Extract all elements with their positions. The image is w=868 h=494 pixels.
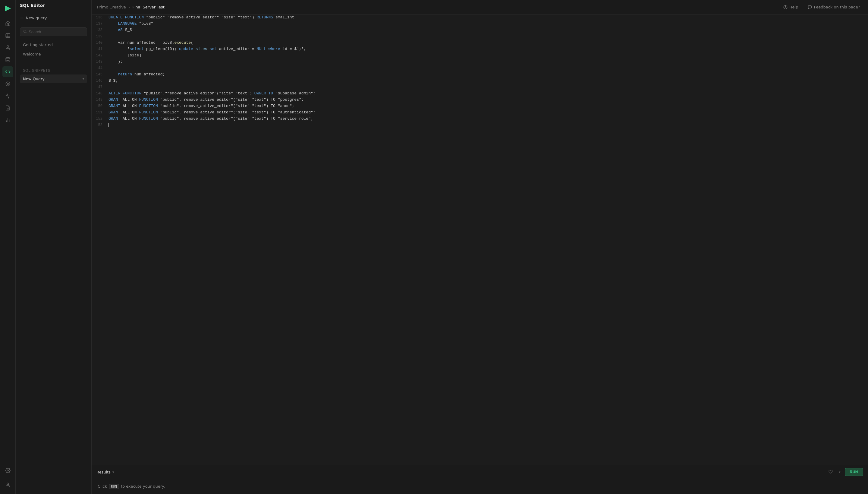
results-header: Results ▾ ▾ RUN [92, 465, 868, 479]
breadcrumb-org[interactable]: Primo Creative [97, 5, 126, 10]
line-number: 142 [92, 53, 107, 59]
svg-point-8 [7, 83, 8, 85]
save-query-button[interactable] [827, 468, 834, 476]
sidebar-item-home[interactable] [2, 18, 13, 29]
line-number: 140 [92, 40, 107, 46]
svg-point-6 [6, 58, 10, 59]
sidebar: SQL Editor + New query Getting started W… [16, 0, 92, 494]
line-number: 152 [92, 116, 107, 122]
table-row: 139 [92, 34, 868, 40]
line-content: ); [107, 59, 868, 65]
sidebar-item-database[interactable] [2, 54, 13, 65]
line-content: AS $_$ [107, 27, 868, 34]
sidebar-item-getting-started[interactable]: Getting started [20, 40, 87, 49]
run-button[interactable]: RUN [845, 468, 864, 476]
run-inline-badge: RUN [109, 484, 119, 489]
line-number: 150 [92, 103, 107, 110]
line-content: $_$; [107, 78, 868, 84]
snippets-label: SQL snippets [20, 66, 87, 75]
svg-point-14 [7, 470, 8, 471]
profile-icon[interactable] [2, 479, 13, 490]
svg-point-16 [24, 30, 26, 33]
sidebar-item-reports[interactable] [2, 115, 13, 126]
help-button[interactable]: Help [781, 4, 801, 11]
chevron-down-icon: ▾ [82, 77, 84, 81]
line-content [107, 34, 868, 40]
results-after-text: to execute your query. [121, 484, 165, 489]
svg-point-5 [7, 45, 9, 48]
sidebar-item-sql-editor[interactable] [2, 66, 13, 77]
sidebar-nav-section: Getting started Welcome [16, 39, 91, 60]
new-query-item[interactable]: New Query ▾ [20, 75, 87, 83]
line-number: 139 [92, 34, 107, 40]
download-button[interactable]: ▾ [837, 469, 842, 475]
sidebar-item-table-editor[interactable] [2, 30, 13, 41]
table-row: 153 [92, 122, 868, 129]
feedback-label: Feedback on this page? [814, 5, 860, 10]
table-row: 151GRANT ALL ON FUNCTION "public"."remov… [92, 110, 868, 116]
line-number: 136 [92, 15, 107, 21]
sidebar-item-storage[interactable] [2, 78, 13, 89]
new-query-label: New query [26, 16, 47, 20]
help-label: Help [789, 5, 798, 10]
table-row: 148ALTER FUNCTION "public"."remove_activ… [92, 91, 868, 97]
table-row: 146$_$; [92, 78, 868, 84]
code-editor[interactable]: 136CREATE FUNCTION "public"."remove_acti… [92, 15, 868, 465]
results-label: Results [96, 470, 111, 474]
main-area: Primo Creative › Final Server Test Help … [92, 0, 868, 494]
line-content: GRANT ALL ON FUNCTION "public"."remove_a… [107, 97, 868, 103]
line-content [107, 122, 868, 129]
sidebar-item-auth[interactable] [2, 42, 13, 53]
sidebar-item-functions[interactable] [2, 91, 13, 101]
line-number: 137 [92, 21, 107, 27]
icon-bar [0, 0, 16, 494]
line-number: 149 [92, 97, 107, 103]
line-content: GRANT ALL ON FUNCTION "public"."remove_a… [107, 103, 868, 110]
table-row: 152GRANT ALL ON FUNCTION "public"."remov… [92, 116, 868, 122]
table-row: 141 'select pg_sleep(10); update sites s… [92, 46, 868, 53]
line-content: var num_affected = plv8.execute( [107, 40, 868, 46]
line-number: 144 [92, 65, 107, 72]
breadcrumb-separator: › [129, 5, 130, 10]
results-chevron-icon[interactable]: ▾ [113, 470, 114, 474]
line-number: 143 [92, 59, 107, 65]
line-number: 145 [92, 72, 107, 78]
search-icon [23, 30, 27, 34]
svg-point-7 [6, 82, 10, 86]
table-row: 149GRANT ALL ON FUNCTION "public"."remov… [92, 97, 868, 103]
line-number: 146 [92, 78, 107, 84]
results-left: Results ▾ [96, 470, 114, 474]
page-title: SQL Editor [20, 3, 87, 8]
table-row: 145 return num_affected; [92, 72, 868, 78]
breadcrumb: Primo Creative › Final Server Test [97, 5, 164, 10]
line-content: [site] [107, 53, 868, 59]
line-content: return num_affected; [107, 72, 868, 78]
search-input[interactable] [28, 30, 84, 34]
snippets-section: SQL snippets New Query ▾ [16, 65, 91, 84]
sidebar-item-logs[interactable] [2, 102, 13, 113]
table-row: 137 LANGUAGE "plv8" [92, 21, 868, 27]
line-content: GRANT ALL ON FUNCTION "public"."remove_a… [107, 110, 868, 116]
table-row: 136CREATE FUNCTION "public"."remove_acti… [92, 15, 868, 21]
table-row: 140 var num_affected = plv8.execute( [92, 40, 868, 46]
sidebar-item-welcome[interactable]: Welcome [20, 50, 87, 58]
line-number: 151 [92, 110, 107, 116]
table-row: 142 [site] [92, 53, 868, 59]
line-content: LANGUAGE "plv8" [107, 21, 868, 27]
table-row: 138 AS $_$ [92, 27, 868, 34]
new-query-item-label: New Query [23, 77, 45, 81]
breadcrumb-project: Final Server Test [132, 5, 164, 10]
results-right: ▾ RUN [827, 468, 863, 476]
topbar: Primo Creative › Final Server Test Help … [92, 0, 868, 15]
sidebar-page-title-area: SQL Editor [16, 0, 91, 10]
new-query-button[interactable]: + New query [20, 14, 87, 22]
svg-point-15 [7, 483, 9, 484]
svg-line-17 [26, 32, 26, 33]
plus-icon: + [20, 15, 24, 21]
settings-icon[interactable] [2, 465, 13, 476]
table-row: 150GRANT ALL ON FUNCTION "public"."remov… [92, 103, 868, 110]
app-logo[interactable] [3, 4, 13, 13]
feedback-button[interactable]: Feedback on this page? [805, 4, 863, 11]
topbar-actions: Help Feedback on this page? [781, 4, 863, 11]
sidebar-divider [20, 63, 87, 63]
